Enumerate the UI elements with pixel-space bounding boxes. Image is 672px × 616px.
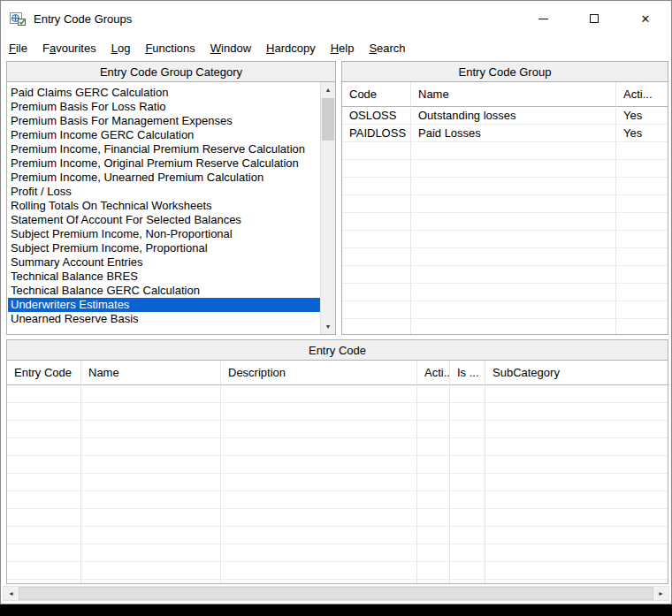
table-cell — [485, 580, 668, 583]
column-header[interactable]: Description — [221, 361, 417, 385]
column-header[interactable]: Entry Code — [7, 361, 81, 385]
category-item[interactable]: Premium Income, Financial Premium Reserv… — [8, 142, 320, 156]
column-header[interactable]: Is ... — [450, 361, 485, 385]
table-cell — [450, 456, 485, 474]
category-item[interactable]: Paid Claims GERC Calculation — [8, 86, 320, 100]
category-item[interactable]: Premium Income, Original Premium Reserve… — [8, 156, 320, 171]
horizontal-scrollbar[interactable]: ◄ ► — [3, 586, 669, 601]
table-cell — [411, 319, 616, 334]
menu-help[interactable]: Help — [331, 42, 355, 55]
table-cell — [417, 544, 450, 562]
table-cell — [616, 301, 668, 319]
group-panel-title: Entry Code Group — [341, 61, 668, 82]
window-controls: ✕ — [517, 1, 671, 36]
category-item-selected[interactable]: Underwriters Estimates — [8, 298, 320, 312]
table-cell — [417, 403, 450, 421]
menu-functions[interactable]: Functions — [145, 42, 195, 55]
table-cell — [417, 580, 450, 583]
column-header[interactable]: Acti... — [417, 361, 450, 385]
table-cell — [411, 178, 616, 195]
table-row-empty — [342, 301, 668, 319]
vertical-scrollbar-thumb[interactable] — [322, 98, 334, 141]
table-cell — [450, 562, 485, 580]
table-cell — [81, 562, 221, 580]
table-row-empty — [7, 385, 668, 403]
category-item[interactable]: Unearned Reserve Basis — [8, 312, 320, 326]
table-header-row: CodeNameActi... — [342, 82, 668, 107]
category-item[interactable]: Premium Income GERC Calculation — [8, 128, 320, 142]
category-item[interactable]: Technical Balance BRES — [8, 270, 320, 284]
category-item[interactable]: Rolling Totals On Technical Worksheets — [8, 199, 320, 213]
category-panel-title: Entry Code Group Category — [6, 61, 336, 82]
category-list-body: Paid Claims GERC CalculationPremium Basi… — [6, 82, 336, 335]
menu-file[interactable]: File — [9, 42, 27, 55]
entry-code-group-panel: Entry Code Group CodeNameActi...OSLOSSOu… — [341, 61, 668, 335]
category-item[interactable]: Premium Income, Unearned Premium Calcula… — [8, 171, 320, 185]
table-cell — [485, 403, 668, 421]
table-cell — [7, 474, 81, 491]
vertical-scrollbar[interactable]: ▲ ▼ — [320, 82, 335, 334]
scroll-left-button[interactable]: ◄ — [4, 587, 19, 600]
window-title: Entry Code Groups — [34, 12, 132, 26]
column-header[interactable]: Acti... — [616, 82, 668, 107]
table-row-empty — [342, 195, 668, 213]
category-item[interactable]: Summary Account Entries — [8, 255, 320, 270]
table-cell — [417, 562, 450, 580]
minimize-button[interactable] — [517, 1, 569, 36]
category-item[interactable]: Premium Basis For Loss Ratio — [8, 100, 320, 114]
menu-bar: FileFavouritesLogFunctionsWindowHardcopy… — [1, 36, 671, 59]
column-header[interactable]: SubCategory — [485, 361, 668, 385]
scroll-right-button[interactable]: ► — [653, 587, 668, 600]
scroll-down-button[interactable]: ▼ — [321, 319, 335, 334]
table-cell — [616, 142, 668, 160]
table-cell — [450, 438, 485, 456]
table-cell — [7, 544, 81, 562]
category-item[interactable]: Statement Of Account For Selected Balanc… — [8, 213, 320, 227]
app-icon — [10, 11, 26, 27]
scroll-up-button[interactable]: ▲ — [321, 82, 335, 97]
table-cell — [417, 385, 450, 403]
horizontal-scrollbar-thumb[interactable] — [19, 587, 653, 600]
entry-panel-title: Entry Code — [6, 339, 668, 361]
menu-hardcopy[interactable]: Hardcopy — [266, 42, 316, 55]
table-cell — [81, 491, 221, 509]
maximize-button[interactable] — [569, 1, 620, 36]
column-header[interactable]: Name — [411, 82, 616, 107]
table-row[interactable]: OSLOSSOutstanding lossesYes — [342, 107, 668, 125]
column-header[interactable]: Name — [81, 361, 221, 385]
category-item[interactable]: Profit / Loss — [8, 185, 320, 199]
table-cell — [221, 456, 417, 474]
category-item[interactable]: Technical Balance GERC Calculation — [8, 284, 320, 298]
table-cell — [485, 509, 668, 527]
table-cell — [221, 474, 417, 491]
category-item[interactable]: Subject Premium Income, Non-Proportional — [8, 227, 320, 241]
table-cell — [411, 195, 616, 213]
table-cell — [81, 527, 221, 544]
table-cell — [221, 421, 417, 438]
menu-log[interactable]: Log — [111, 42, 131, 55]
table-cell — [411, 284, 616, 301]
table-row-empty — [342, 284, 668, 301]
table-cell — [616, 248, 668, 266]
menu-window[interactable]: Window — [210, 42, 251, 55]
table-cell — [450, 580, 485, 583]
table-cell — [417, 456, 450, 474]
menu-favourites[interactable]: Favourites — [42, 42, 96, 55]
table-row[interactable]: PAIDLOSSPaid LossesYes — [342, 125, 668, 142]
category-item[interactable]: Subject Premium Income, Proportional — [8, 241, 320, 255]
table-cell — [485, 474, 668, 491]
table-cell — [342, 284, 411, 301]
table-row-empty — [342, 248, 668, 266]
table-cell — [411, 266, 616, 284]
table-cell — [411, 248, 616, 266]
table-row-empty — [342, 213, 668, 231]
category-item[interactable]: Premium Basis For Management Expenses — [8, 114, 320, 128]
table-row-empty — [7, 580, 668, 583]
table-cell — [221, 438, 417, 456]
column-header[interactable]: Code — [342, 82, 411, 107]
close-button[interactable]: ✕ — [620, 1, 671, 36]
minimize-icon — [538, 19, 548, 19]
table-row-empty — [7, 438, 668, 456]
table-cell — [450, 544, 485, 562]
menu-search[interactable]: Search — [369, 42, 405, 55]
